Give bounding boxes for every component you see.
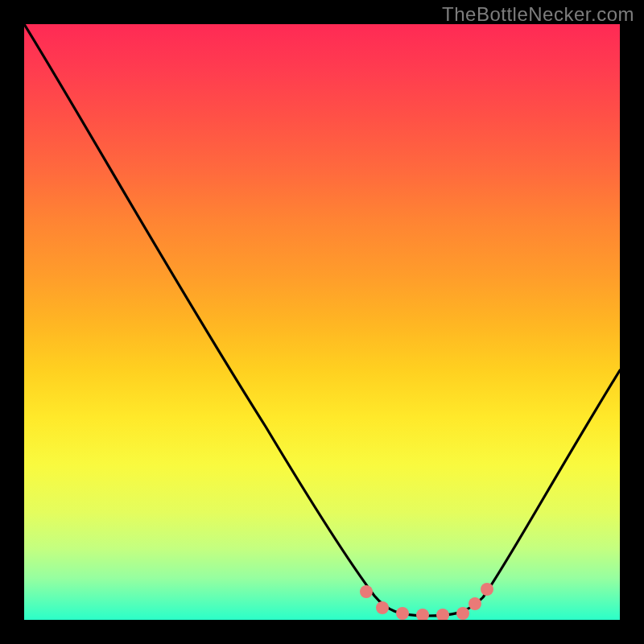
watermark-text: TheBottleNecker.com — [442, 3, 634, 26]
optimal-zone-dots — [24, 24, 620, 620]
dot-5 — [436, 609, 449, 620]
dot-6 — [456, 607, 469, 620]
plot-gradient-area — [24, 24, 620, 620]
dot-4 — [416, 609, 429, 620]
dot-2 — [376, 601, 389, 614]
dot-8 — [481, 583, 493, 596]
dot-1 — [360, 585, 373, 598]
chart-frame: TheBottleNecker.com — [0, 0, 644, 644]
dot-7 — [469, 597, 481, 610]
dot-3 — [396, 607, 409, 620]
